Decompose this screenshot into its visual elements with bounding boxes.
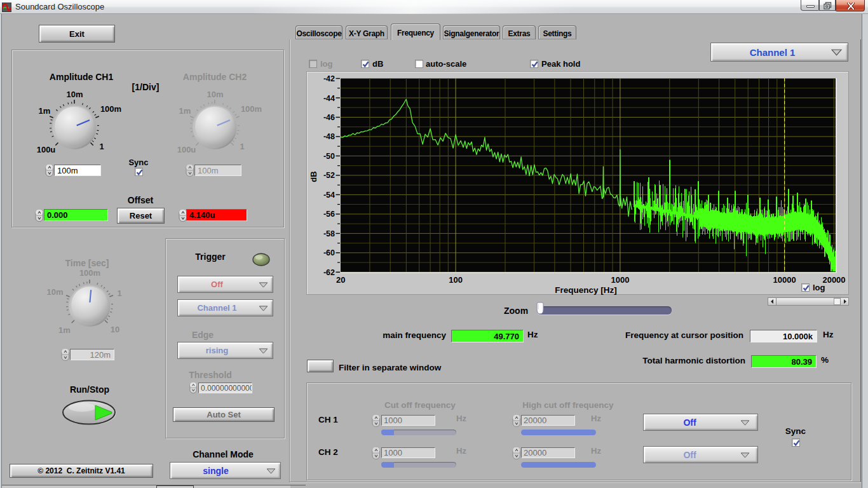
svg-text:-54: -54 xyxy=(323,191,335,200)
svg-text:10000: 10000 xyxy=(773,275,796,285)
svg-text:-46: -46 xyxy=(323,113,335,122)
svg-text:-58: -58 xyxy=(323,229,335,238)
svg-text:20000: 20000 xyxy=(822,275,845,285)
svg-text:-56: -56 xyxy=(323,210,335,219)
svg-text:Frequency [Hz]: Frequency [Hz] xyxy=(555,285,617,295)
svg-text:-48: -48 xyxy=(323,132,335,141)
svg-text:-62: -62 xyxy=(323,268,335,277)
svg-text:20: 20 xyxy=(336,275,345,285)
svg-text:-44: -44 xyxy=(323,94,335,103)
svg-text:dB: dB xyxy=(309,171,318,182)
svg-text:-60: -60 xyxy=(323,248,335,257)
svg-text:-50: -50 xyxy=(323,152,335,161)
svg-text:-42: -42 xyxy=(323,74,335,83)
svg-text:100: 100 xyxy=(449,275,463,285)
svg-text:-52: -52 xyxy=(323,171,335,180)
svg-text:1000: 1000 xyxy=(611,275,629,285)
